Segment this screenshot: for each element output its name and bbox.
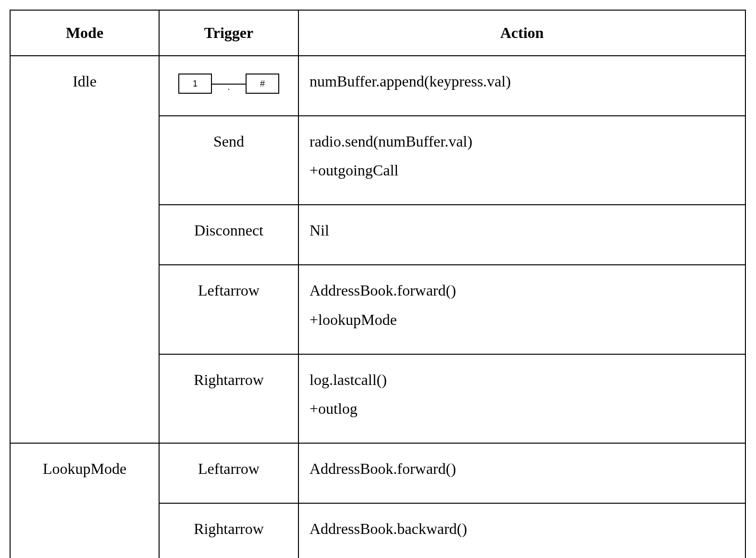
trigger-cell: Rightarrow <box>159 354 298 444</box>
table-header-row: Mode Trigger Action <box>10 10 745 56</box>
trigger-cell: Leftarrow <box>159 443 298 503</box>
action-cell: log.lastcall()+outlog <box>298 354 745 444</box>
trigger-cell: Leftarrow <box>159 265 298 354</box>
action-cell: AddressBook.forward()+lookupMode <box>298 265 745 354</box>
action-cell: AddressBook.backward() <box>298 503 745 558</box>
trigger-keypad-range: 1 . # <box>159 56 298 116</box>
header-mode: Mode <box>10 10 159 56</box>
header-action: Action <box>298 10 745 56</box>
keypad-range-icon: 1 . # <box>178 74 279 94</box>
action-cell: radio.send(numBuffer.val)+outgoingCall <box>298 116 745 205</box>
mode-cell-lookup: LookupMode <box>10 443 159 558</box>
action-cell: Nil <box>298 205 745 265</box>
trigger-cell: Send <box>159 116 298 205</box>
state-transition-table: Mode Trigger Action Idle 1 . # numBuffer… <box>10 10 746 558</box>
trigger-cell: Disconnect <box>159 205 298 265</box>
action-cell: numBuffer.append(keypress.val) <box>298 56 745 116</box>
table-row: LookupMode Leftarrow AddressBook.forward… <box>10 443 745 503</box>
action-cell: AddressBook.forward() <box>298 443 745 503</box>
table-row: Idle 1 . # numBuffer.append(keypress.val… <box>10 56 745 116</box>
key-box-end: # <box>246 74 279 94</box>
trigger-cell: Rightarrow <box>159 503 298 558</box>
key-box-start: 1 <box>178 74 212 94</box>
header-trigger: Trigger <box>159 10 298 56</box>
key-range-dot: . <box>226 83 232 91</box>
key-range-connector-icon: . <box>212 74 246 93</box>
mode-cell-idle: Idle <box>10 56 159 443</box>
